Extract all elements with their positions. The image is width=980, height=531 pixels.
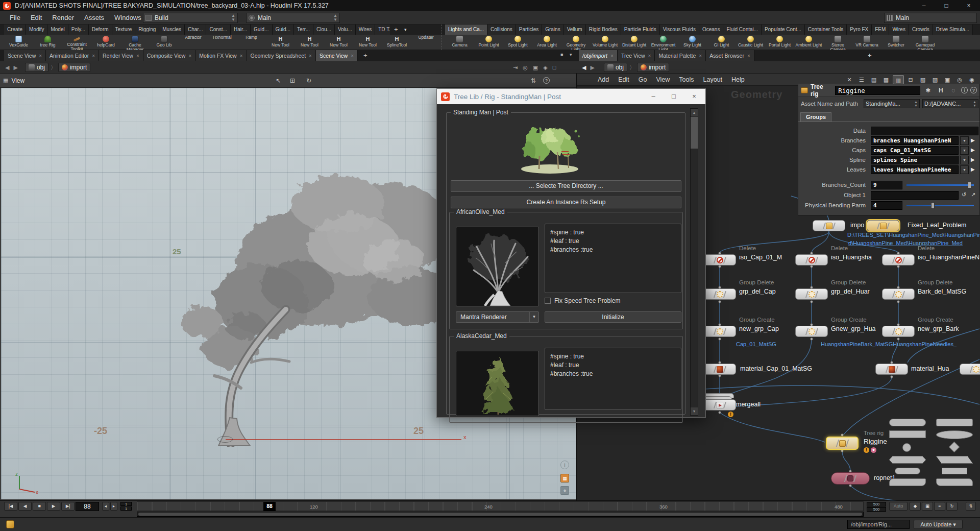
shelf-tool[interactable]: Distant Light [620,35,649,50]
shelf-tab[interactable]: Crowds [909,25,933,35]
select-tool-icon[interactable]: ↖ [276,77,281,84]
checkbox-icon[interactable] [545,298,551,304]
handles-tool-icon[interactable]: ⊞ [290,77,295,84]
node-name[interactable]: Bark_del_MatSG [918,288,966,295]
node-delete[interactable] [795,254,828,266]
sort-icon[interactable]: ⇅ [531,77,536,84]
node-name[interactable]: impo [850,222,864,229]
shelf-tab[interactable]: Model [47,25,68,35]
shelf-tab[interactable]: Particle Fluids [621,25,660,35]
help-icon[interactable]: ? [543,77,550,84]
node-material[interactable] [875,364,908,375]
menu-item[interactable]: Render [47,12,79,24]
maximize-button[interactable]: □ [935,0,958,11]
options-icon[interactable]: ≡ [934,502,945,511]
node-group-create[interactable] [703,326,736,337]
shelf-tab[interactable]: Populate Cont... [762,25,805,35]
frame-icon[interactable]: □ [550,64,559,70]
close-tab-icon[interactable]: × [309,53,312,59]
notes-icon[interactable]: ▧ [917,75,928,84]
pane-tab[interactable]: Scene View× [4,50,46,61]
shelf-tab[interactable]: Modify [26,25,47,35]
close-tab-icon[interactable]: × [188,53,191,59]
grid-layout-icon[interactable]: ▥ [893,75,904,84]
bending-field[interactable]: 4 [871,201,902,210]
fix-speedtree-checkbox[interactable]: Fix Speed Tree Problem [545,297,620,304]
shelf-tab[interactable]: Lights and Ca... [445,25,487,35]
node-name[interactable]: new_grp_Cap [739,325,779,332]
split-icon[interactable]: ⊟ [905,75,916,84]
playback-start-field[interactable]: 1 [120,506,132,511]
node-fixed-leaf[interactable] [867,220,899,231]
target-icon[interactable]: ◎ [520,64,530,71]
tree-list-icon[interactable]: ☰ [856,75,867,84]
shelf-tab[interactable]: Poly... [68,25,89,35]
spinner-icon[interactable]: ▲▼ [333,14,337,22]
shelf-tool[interactable]: Sky Light [678,35,707,50]
shelf-tool[interactable]: New Tool [353,35,382,50]
node-group-create[interactable] [882,326,915,337]
shelf-tool[interactable]: New Tool [266,35,295,50]
jump-end-button[interactable]: ▶| [61,502,75,511]
node-material[interactable] [703,364,736,375]
renderer-dropdown[interactable]: Mantra Renderer ▼ [456,311,539,323]
node-delete[interactable] [703,254,736,266]
scroll-down-icon[interactable]: ▼ [691,407,698,415]
node-tree-rig[interactable] [826,437,859,450]
desktop-selector[interactable]: Build ▲▼ [143,13,238,23]
network-menu-item[interactable]: View [651,76,674,83]
network-menu-item[interactable]: Edit [614,76,634,83]
shelf-tab[interactable]: Pyro FX [847,25,872,35]
dropdown-icon[interactable]: ▼ [960,165,969,174]
close-tab-icon[interactable]: × [240,53,243,59]
node-group-delete[interactable] [795,288,828,300]
caps-field[interactable]: caps Cap_01_MatSG [871,146,959,155]
leaves-field[interactable]: leaves HuangshanPineNee [871,165,959,174]
back-icon[interactable]: ◀ [3,64,11,71]
node-import[interactable] [813,220,845,231]
play-button[interactable]: ▶ [47,502,60,511]
shelf-tab[interactable]: Const... [206,25,230,35]
node-shape-palette[interactable] [889,419,978,486]
dialog-scrollbar[interactable]: ▲ ▼ [690,108,698,416]
color-palette-icon[interactable]: ▦ [880,75,892,84]
search-icon[interactable]: ◌ [948,87,959,94]
initialize-button[interactable]: Initialize [545,311,681,323]
shelf-tool[interactable]: VexGuide [4,35,33,50]
asset-name-combo[interactable]: StandingMa...▲▼ [864,99,920,108]
close-tab-icon[interactable]: × [351,53,354,59]
operator-star-icon[interactable]: ✱ [923,87,933,94]
shelf-tool[interactable]: SplineTool [382,35,411,50]
node-name-field[interactable]: Riggine [835,86,920,95]
playback-range-slider[interactable] [137,512,864,517]
shelf-tab[interactable]: Rigging [135,25,159,35]
dialog-minimize-button[interactable]: – [643,89,664,104]
shelf-tool[interactable]: Attractor [179,35,208,50]
shelf-tool[interactable]: Stereo Camera [823,35,852,50]
data-field[interactable] [871,127,978,135]
shelf-tool[interactable]: New Tool [295,35,324,50]
rotate-tool-icon[interactable]: ↻ [306,77,311,84]
menu-item[interactable]: File [5,12,25,24]
scroll-thumb[interactable] [691,117,698,149]
stop-button[interactable]: ■ [33,502,46,511]
shelf-tab[interactable]: Container Tools [805,25,847,35]
shelf-tool[interactable]: Gamepad Camera [911,35,940,50]
select-tree-directory-button[interactable]: ... Selecte Tree Directory ... [451,180,681,192]
shelf-tab[interactable]: Drive Simula... [933,25,973,35]
forward-icon[interactable]: ▶ [588,64,596,71]
add-pane-tab-button[interactable]: + [868,51,872,61]
network-menu-item[interactable]: Help [727,76,749,83]
pane-menu-icon[interactable]: ▾ [570,52,572,57]
spinner-icon[interactable]: ▲▼ [231,14,235,22]
node-name[interactable]: Gnew_grp_Hua [831,325,876,332]
shelf-tab[interactable]: Collisions [487,25,516,35]
shelf-tab[interactable]: Grains [542,25,564,35]
shelf-tab[interactable]: Hair... [231,25,251,35]
scroll-up-icon[interactable]: ▲ [691,109,698,116]
timeline-ruler[interactable]: 120 240 360 480 88 [137,501,864,511]
shelf-tab[interactable]: Wires [889,25,909,35]
pick-arrow-icon[interactable]: ▶ [971,166,975,172]
pane-tab[interactable]: Composite View× [143,50,196,61]
shelf-tab[interactable]: Char... [185,25,206,35]
